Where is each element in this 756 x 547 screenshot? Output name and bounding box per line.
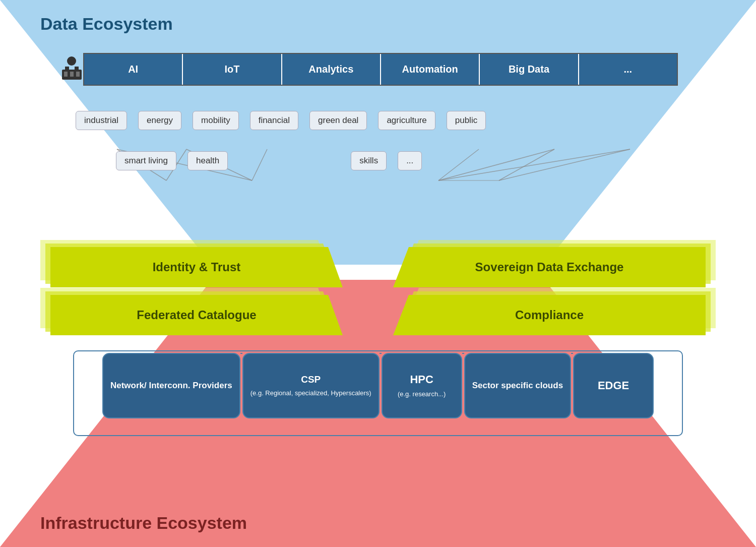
infra-box-edge-title: EDGE	[598, 379, 629, 393]
tech-item-ai: AI	[84, 54, 183, 85]
infra-box-edge: EDGE	[573, 353, 654, 418]
domain-health: health	[187, 151, 228, 170]
connector-2	[380, 353, 382, 354]
infra-box-sector: Sector specific clouds	[464, 353, 571, 418]
tech-item-more: ...	[579, 54, 677, 85]
infra-box-hpc-title: HPC	[410, 373, 433, 387]
infra-box-hpc-subtitle: (e.g. research...)	[398, 390, 446, 399]
compliance-panel: Compliance	[393, 295, 706, 335]
domain-row-1: industrial energy mobility financial gre…	[76, 111, 486, 130]
connector-line-2	[380, 353, 382, 354]
domain-more: ...	[398, 151, 422, 170]
domain-smartliving: smart living	[116, 151, 176, 170]
connector-line-1	[240, 353, 242, 354]
infrastructure-ecosystem-label: Infrastructure Ecosystem	[40, 513, 247, 533]
tech-item-iot: IoT	[183, 54, 282, 85]
infra-box-hpc: HPC (e.g. research...)	[382, 353, 462, 418]
infra-box-network-title: Network/ Interconn. Providers	[110, 380, 232, 391]
infra-box-csp-title: CSP	[301, 374, 321, 386]
domain-industrial: industrial	[76, 111, 127, 130]
svg-rect-17	[76, 72, 80, 77]
tech-item-bigdata: Big Data	[480, 54, 579, 85]
content-layer: Data Ecosystem AI IoT Analytics Automati…	[0, 0, 756, 547]
data-ecosystem-label: Data Ecosystem	[40, 14, 173, 34]
infra-box-network: Network/ Interconn. Providers	[102, 353, 240, 418]
domain-greendeal: green deal	[309, 111, 367, 130]
infra-boxes-container: Network/ Interconn. Providers CSP (e.g. …	[76, 353, 680, 418]
person-icon	[58, 54, 86, 82]
connector-line-3	[462, 353, 464, 354]
svg-rect-16	[70, 72, 74, 77]
connector-4	[571, 353, 573, 354]
diagram-container: Data Ecosystem AI IoT Analytics Automati…	[0, 0, 756, 547]
tech-bar: AI IoT Analytics Automation Big Data ...	[83, 53, 678, 86]
infra-box-csp: CSP (e.g. Regional, specialized, Hypersc…	[242, 353, 380, 418]
connector-1	[240, 353, 242, 354]
tech-item-analytics: Analytics	[282, 54, 381, 85]
sovereign-panel: Sovereign Data Exchange	[393, 247, 706, 287]
domain-public: public	[447, 111, 486, 130]
svg-rect-15	[64, 72, 68, 77]
domain-financial: financial	[250, 111, 298, 130]
domain-energy: energy	[138, 111, 181, 130]
domain-row-2: smart living health skills ...	[116, 151, 422, 170]
infra-box-csp-subtitle: (e.g. Regional, specialized, Hyperscaler…	[250, 389, 371, 398]
infra-box-sector-title: Sector specific clouds	[472, 380, 563, 391]
tech-item-automation: Automation	[381, 54, 480, 85]
connector-3	[462, 353, 464, 354]
domain-skills: skills	[351, 151, 387, 170]
svg-rect-13	[65, 67, 69, 72]
svg-rect-14	[75, 67, 79, 72]
svg-point-11	[67, 56, 76, 66]
identity-trust-panel: Identity & Trust	[50, 247, 343, 287]
connector-line-4	[571, 353, 573, 354]
domain-agriculture: agriculture	[378, 111, 435, 130]
federated-catalogue-panel: Federated Catalogue	[50, 295, 343, 335]
domain-mobility: mobility	[193, 111, 239, 130]
